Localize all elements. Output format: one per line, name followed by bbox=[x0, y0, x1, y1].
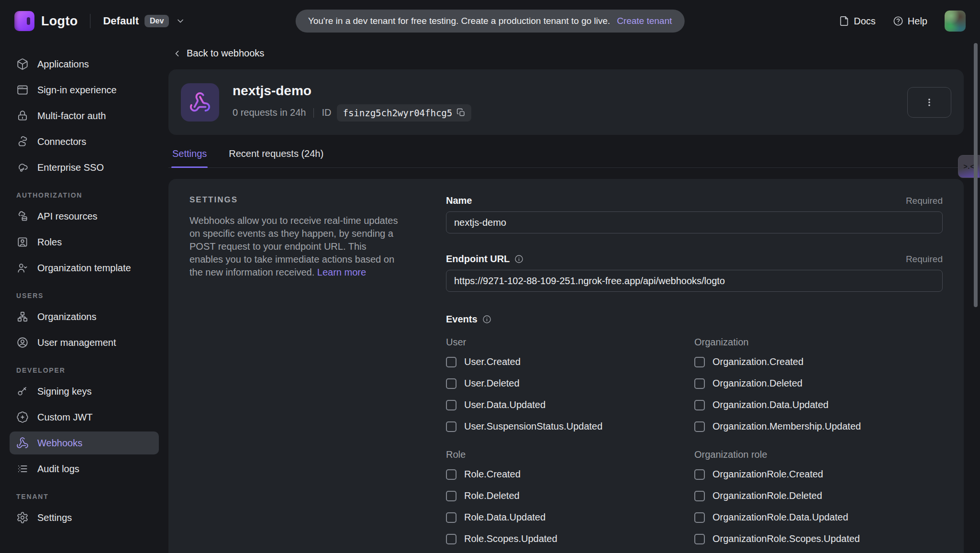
name-input[interactable] bbox=[446, 211, 943, 233]
checkbox-role-scopes-updated[interactable] bbox=[446, 534, 457, 544]
sidebar-item-settings[interactable]: Settings bbox=[10, 506, 159, 529]
checkbox-role-data-updated[interactable] bbox=[446, 512, 457, 523]
checkbox-organizationrole-created[interactable] bbox=[694, 469, 705, 480]
checkbox-role-created[interactable] bbox=[446, 469, 457, 480]
name-field: Name Required bbox=[446, 195, 943, 233]
sidebar-item-user-management[interactable]: User management bbox=[10, 331, 159, 354]
meta-divider bbox=[313, 108, 314, 118]
user-avatar[interactable] bbox=[945, 11, 966, 32]
sidebar-item-multi-factor-auth[interactable]: Multi-factor auth bbox=[10, 104, 159, 127]
sidebar-item-signing-keys[interactable]: Signing keys bbox=[10, 380, 159, 403]
event-group-organization-role: Organization role OrganizationRole.Creat… bbox=[694, 437, 943, 550]
checkbox-user-created[interactable] bbox=[446, 357, 457, 367]
event-checkbox-row[interactable]: User.Deleted bbox=[446, 373, 694, 394]
learn-more-link[interactable]: Learn more bbox=[317, 267, 366, 277]
org-chart-icon bbox=[16, 310, 29, 323]
create-tenant-link[interactable]: Create tenant bbox=[617, 16, 672, 26]
checkbox-organizationrole-deleted[interactable] bbox=[694, 491, 705, 501]
checkbox-organization-membership-updated[interactable] bbox=[694, 421, 705, 432]
event-checkbox-row[interactable]: User.Created bbox=[446, 351, 694, 373]
badge-plus-icon bbox=[16, 411, 29, 423]
event-checkbox-row[interactable]: Organization.Membership.Updated bbox=[694, 416, 943, 437]
required-badge: Required bbox=[906, 254, 943, 265]
help-button[interactable]: Help bbox=[893, 16, 927, 27]
vertical-scrollbar[interactable] bbox=[974, 43, 978, 307]
events-header: Events bbox=[446, 314, 943, 325]
checkbox-user-deleted[interactable] bbox=[446, 378, 457, 389]
sidebar-item-custom-jwt[interactable]: Custom JWT bbox=[10, 406, 159, 429]
info-circle-icon[interactable] bbox=[514, 254, 523, 264]
checkbox-organization-created[interactable] bbox=[694, 357, 705, 367]
event-checkbox-row[interactable]: Role.Data.Updated bbox=[446, 507, 694, 528]
app-window-icon bbox=[16, 84, 29, 96]
events-label: Events bbox=[446, 314, 478, 325]
sidebar-item-roles[interactable]: Roles bbox=[10, 231, 159, 254]
cloud-box-icon bbox=[16, 210, 29, 222]
sidebar-item-connectors[interactable]: Connectors bbox=[10, 130, 159, 153]
event-checkbox-row[interactable]: Organization.Created bbox=[694, 351, 943, 373]
sidebar-item-label: Audit logs bbox=[37, 464, 79, 475]
file-icon bbox=[839, 16, 849, 26]
more-actions-button[interactable] bbox=[907, 87, 951, 118]
sidebar-item-applications[interactable]: Applications bbox=[10, 53, 159, 76]
checkbox-organizationrole-scopes-updated[interactable] bbox=[694, 534, 705, 544]
tab-recent-requests[interactable]: Recent requests (24h) bbox=[229, 148, 323, 167]
event-checkbox-row[interactable]: User.SuspensionStatus.Updated bbox=[446, 416, 694, 437]
sidebar-item-webhooks[interactable]: Webhooks bbox=[10, 431, 159, 454]
help-label: Help bbox=[908, 16, 927, 27]
list-icon bbox=[16, 463, 29, 475]
sidebar-item-organizations[interactable]: Organizations bbox=[10, 305, 159, 328]
sidebar-item-label: API resources bbox=[37, 211, 98, 222]
checkbox-user-suspensionstatus-updated[interactable] bbox=[446, 421, 457, 432]
logto-logo-icon[interactable] bbox=[14, 11, 34, 31]
event-checkbox-row[interactable]: Role.Scopes.Updated bbox=[446, 528, 694, 550]
event-checkbox-row[interactable]: OrganizationRole.Data.Updated bbox=[694, 507, 943, 528]
event-checkbox-row[interactable]: Role.Created bbox=[446, 464, 694, 485]
checkbox-organizationrole-data-updated[interactable] bbox=[694, 512, 705, 523]
sidebar-item-enterprise-sso[interactable]: Enterprise SSO bbox=[10, 156, 159, 179]
webhook-id-badge[interactable]: fsinzg5ch2wyr04fhcg58 bbox=[337, 104, 471, 122]
sidebar-item-label: Signing keys bbox=[37, 386, 91, 397]
checkbox-organization-deleted[interactable] bbox=[694, 378, 705, 389]
copy-icon[interactable] bbox=[457, 108, 466, 117]
topbar: Logto Default Dev You're in a dev tenant… bbox=[0, 0, 980, 42]
sidebar-item-organization-template[interactable]: Organization template bbox=[10, 256, 159, 279]
event-checkbox-row[interactable]: OrganizationRole.Created bbox=[694, 464, 943, 485]
event-checkbox-row[interactable]: Organization.Data.Updated bbox=[694, 394, 943, 416]
chevron-down-icon[interactable] bbox=[176, 16, 185, 26]
settings-description: Webhooks allow you to receive real-time … bbox=[189, 215, 398, 277]
cloud-key-icon bbox=[16, 161, 29, 174]
webhook-logo-icon bbox=[181, 83, 219, 122]
sidebar-item-label: Enterprise SSO bbox=[37, 162, 104, 173]
event-checkbox-row[interactable]: OrganizationRole.Deleted bbox=[694, 485, 943, 507]
id-label: ID bbox=[322, 107, 331, 118]
lock-icon bbox=[16, 110, 29, 122]
event-checkbox-row[interactable]: Role.Deleted bbox=[446, 485, 694, 507]
required-badge: Required bbox=[906, 196, 943, 206]
sidebar-item-api-resources[interactable]: API resources bbox=[10, 205, 159, 228]
checkbox-organization-data-updated[interactable] bbox=[694, 400, 705, 410]
sidebar-item-label: Custom JWT bbox=[37, 412, 93, 423]
sidebar-item-sign-in-experience[interactable]: Sign-in experience bbox=[10, 78, 159, 101]
event-group-permission: Permission bbox=[446, 550, 694, 553]
info-circle-icon[interactable] bbox=[482, 315, 491, 324]
tenant-name[interactable]: Default bbox=[103, 15, 139, 27]
sidebar-item-label: Applications bbox=[37, 59, 89, 70]
sidebar-item-audit-logs[interactable]: Audit logs bbox=[10, 457, 159, 480]
event-checkbox-row[interactable]: Organization.Deleted bbox=[694, 373, 943, 394]
docs-button[interactable]: Docs bbox=[839, 16, 876, 27]
event-checkbox-row[interactable]: User.Data.Updated bbox=[446, 394, 694, 416]
brand-name: Logto bbox=[41, 14, 78, 29]
event-group-role: Role Role.Created Role.Deleted Role.Data… bbox=[446, 437, 694, 550]
checkbox-role-deleted[interactable] bbox=[446, 491, 457, 501]
endpoint-url-input[interactable] bbox=[446, 270, 943, 292]
back-to-webhooks-link[interactable]: Back to webhooks bbox=[172, 48, 264, 59]
event-group-organization: Organization Organization.Created Organi… bbox=[694, 325, 943, 437]
webhook-id-value: fsinzg5ch2wyr04fhcg58 bbox=[343, 108, 452, 118]
tab-settings[interactable]: Settings bbox=[172, 148, 207, 167]
sidebar: Applications Sign-in experience Multi-fa… bbox=[0, 42, 168, 553]
checkbox-user-data-updated[interactable] bbox=[446, 400, 457, 410]
gear-icon bbox=[16, 511, 29, 524]
event-checkbox-row[interactable]: OrganizationRole.Scopes.Updated bbox=[694, 528, 943, 550]
sidebar-item-label: Organization template bbox=[37, 263, 131, 274]
